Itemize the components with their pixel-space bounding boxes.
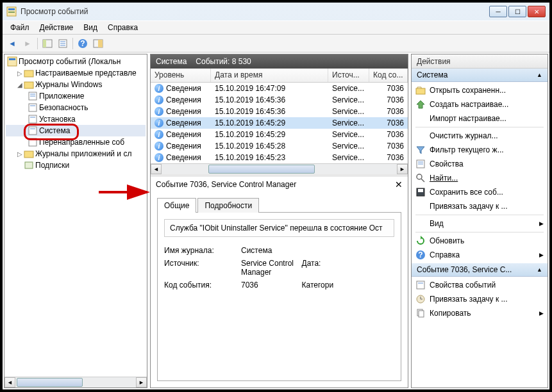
action-attach-task[interactable]: Привязать задачу к ... xyxy=(412,199,548,213)
tree-hscrollbar[interactable]: ◄► xyxy=(4,377,147,388)
detail-title: Событие 7036, Service Control Manager xyxy=(156,180,296,189)
detail-body: Служба "IObit Uninstaller Service" переш… xyxy=(157,212,401,381)
events-columns: Уровень Дата и время Источ... Код со... xyxy=(151,69,408,83)
log-name-value: Система xyxy=(241,246,394,255)
tree-root[interactable]: Просмотр событий (Локальн xyxy=(6,56,146,67)
action-view[interactable]: Вид▶ xyxy=(412,216,548,231)
svg-rect-20 xyxy=(29,104,37,111)
actions-header: Действия xyxy=(412,54,548,69)
detail-header: Событие 7036, Service Control Manager ✕ xyxy=(151,177,408,192)
col-code[interactable]: Код со... xyxy=(369,69,408,82)
tree-windows-logs[interactable]: ◢ Журналы Windows xyxy=(6,79,146,90)
event-row[interactable]: iСведения15.10.2019 16:45:29Service...70… xyxy=(151,129,408,140)
properties-button[interactable] xyxy=(56,37,70,51)
show-hide-tree-button[interactable] xyxy=(40,37,54,51)
tree-subs-label: Подписки xyxy=(35,161,69,170)
action-help[interactable]: ?Справка▶ xyxy=(412,248,548,262)
svg-rect-39 xyxy=(417,281,424,289)
event-row[interactable]: iСведения15.10.2019 16:47:09Service...70… xyxy=(151,83,408,94)
tree-custom-views[interactable]: ▷ Настраиваемые представле xyxy=(6,67,146,79)
svg-rect-28 xyxy=(25,162,33,168)
help-button[interactable]: ? xyxy=(76,37,90,51)
events-header-count: Событий: 8 530 xyxy=(196,57,251,66)
event-row[interactable]: iСведения15.10.2019 16:45:28Service...70… xyxy=(151,140,408,152)
svg-line-34 xyxy=(421,179,424,182)
actions-section-event-label: Событие 7036, Service C... xyxy=(417,265,512,274)
info-icon: i xyxy=(155,107,163,116)
events-header: Система Событий: 8 530 xyxy=(151,54,408,69)
actions-panel: Действия Система ▲ Открыть сохраненн... … xyxy=(411,54,548,388)
col-level[interactable]: Уровень xyxy=(151,69,211,82)
app-icon xyxy=(6,6,17,17)
actions-section-system-label: Система xyxy=(417,70,447,79)
refresh-button[interactable] xyxy=(91,37,105,51)
action-save-all[interactable]: Сохранить все соб... xyxy=(412,185,548,199)
source-label: Источник: xyxy=(164,259,235,277)
menubar: Файл Действие Вид Справка xyxy=(3,20,549,35)
events-hscrollbar[interactable]: ◄► xyxy=(151,163,408,174)
action-properties[interactable]: Свойства xyxy=(412,157,548,171)
action-open-saved[interactable]: Открыть сохраненн... xyxy=(412,83,548,97)
tree-app-logs[interactable]: ▷ Журналы приложений и сл xyxy=(6,148,146,159)
tree-application-label: Приложение xyxy=(39,92,84,101)
date-label: Дата: xyxy=(302,259,334,277)
svg-point-33 xyxy=(417,174,422,179)
tab-general[interactable]: Общие xyxy=(157,198,196,213)
action-refresh[interactable]: Обновить xyxy=(412,234,548,248)
menu-view[interactable]: Вид xyxy=(78,22,103,33)
svg-rect-27 xyxy=(24,151,33,158)
eventid-value: 7036 xyxy=(241,281,296,290)
events-header-title: Система xyxy=(156,57,187,66)
back-button[interactable]: ◄ xyxy=(5,37,19,51)
action-import[interactable]: Импорт настраивае... xyxy=(412,111,548,126)
svg-rect-22 xyxy=(29,115,37,123)
info-icon: i xyxy=(155,130,163,139)
event-row[interactable]: iСведения15.10.2019 16:45:36Service...70… xyxy=(151,106,408,117)
svg-text:?: ? xyxy=(418,250,422,259)
action-clear-log[interactable]: Очистить журнал... xyxy=(412,129,548,143)
menu-help[interactable]: Справка xyxy=(103,22,143,33)
event-row[interactable]: iСведения15.10.2019 16:45:23Service...70… xyxy=(151,152,408,163)
svg-rect-24 xyxy=(29,127,37,135)
action-copy[interactable]: Копировать▶ xyxy=(412,306,548,320)
source-value: Service Control Manager xyxy=(241,259,296,277)
info-icon: i xyxy=(155,84,163,93)
event-row[interactable]: iСведения15.10.2019 16:45:29Service...70… xyxy=(151,117,408,129)
col-datetime[interactable]: Дата и время xyxy=(211,69,328,82)
event-message: Служба "IObit Uninstaller Service" переш… xyxy=(164,219,394,237)
svg-rect-4 xyxy=(43,40,46,47)
action-find[interactable]: Найти... xyxy=(412,171,548,185)
detail-close-button[interactable]: ✕ xyxy=(395,179,403,190)
tree-setup-label: Установка xyxy=(39,115,76,124)
actions-section-event[interactable]: Событие 7036, Service C... ▲ xyxy=(412,263,548,277)
action-filter[interactable]: Фильтр текущего ж... xyxy=(412,143,548,157)
svg-rect-15 xyxy=(24,70,33,77)
log-name-label: Имя журнала: xyxy=(164,246,235,255)
action-event-properties[interactable]: Свойства событий xyxy=(412,278,548,292)
action-create-custom[interactable]: Создать настраивае... xyxy=(412,97,548,111)
svg-rect-12 xyxy=(98,40,103,47)
action-event-attach-task[interactable]: Привязать задачу к ... xyxy=(412,292,548,306)
tree-subscriptions[interactable]: ▷ Подписки xyxy=(6,159,146,171)
close-button[interactable]: ✕ xyxy=(528,6,546,17)
tab-details[interactable]: Подробности xyxy=(197,198,259,213)
tree-forwarded[interactable]: Перенаправленные соб xyxy=(6,136,146,148)
tree-application[interactable]: Приложение xyxy=(6,90,146,102)
tree-panel: Просмотр событий (Локальн ▷ Настраиваемы… xyxy=(4,54,147,388)
tree-system[interactable]: Система xyxy=(6,125,146,136)
tree-setup[interactable]: Установка xyxy=(6,113,146,125)
forward-button[interactable]: ► xyxy=(21,37,35,51)
tree-root-label: Просмотр событий (Локальн xyxy=(19,57,121,66)
minimize-button[interactable]: ─ xyxy=(489,6,507,17)
info-icon: i xyxy=(155,153,163,162)
event-row[interactable]: iСведения15.10.2019 16:45:36Service...70… xyxy=(151,94,408,106)
tree-security[interactable]: Безопасность xyxy=(6,102,146,113)
titlebar: Просмотр событий ─ ☐ ✕ xyxy=(3,3,549,20)
actions-section-system[interactable]: Система ▲ xyxy=(412,69,548,82)
tree-security-label: Безопасность xyxy=(39,103,88,112)
menu-action[interactable]: Действие xyxy=(35,22,79,33)
menu-file[interactable]: Файл xyxy=(5,22,35,33)
col-source[interactable]: Источ... xyxy=(328,69,369,82)
maximize-button[interactable]: ☐ xyxy=(508,6,526,17)
info-icon: i xyxy=(155,95,163,104)
